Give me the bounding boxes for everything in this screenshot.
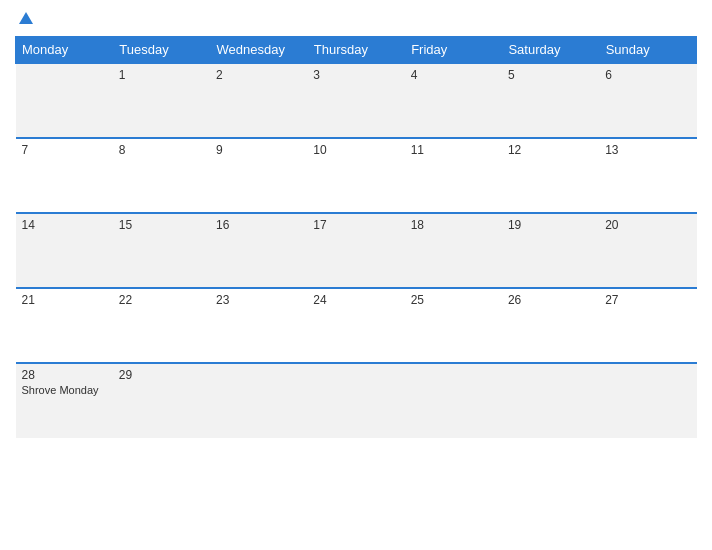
weekday-header-monday: Monday — [16, 37, 113, 64]
weekday-header-sunday: Sunday — [599, 37, 696, 64]
calendar-cell — [16, 63, 113, 138]
day-number: 15 — [119, 218, 204, 232]
calendar-cell: 21 — [16, 288, 113, 363]
calendar-cell: 13 — [599, 138, 696, 213]
day-number: 9 — [216, 143, 301, 157]
calendar-week-row: 14151617181920 — [16, 213, 697, 288]
calendar-cell: 10 — [307, 138, 404, 213]
calendar-cell: 4 — [405, 63, 502, 138]
weekday-header-row: MondayTuesdayWednesdayThursdayFridaySatu… — [16, 37, 697, 64]
weekday-header-saturday: Saturday — [502, 37, 599, 64]
calendar-cell: 15 — [113, 213, 210, 288]
calendar-cell — [307, 363, 404, 438]
weekday-header-thursday: Thursday — [307, 37, 404, 64]
logo — [15, 10, 35, 28]
calendar-cell — [599, 363, 696, 438]
calendar-cell: 11 — [405, 138, 502, 213]
day-number: 13 — [605, 143, 690, 157]
calendar-cell: 17 — [307, 213, 404, 288]
calendar-cell: 29 — [113, 363, 210, 438]
day-number: 20 — [605, 218, 690, 232]
calendar-cell: 2 — [210, 63, 307, 138]
day-number: 7 — [22, 143, 107, 157]
day-number: 12 — [508, 143, 593, 157]
day-number: 21 — [22, 293, 107, 307]
calendar-cell: 8 — [113, 138, 210, 213]
calendar-week-row: 21222324252627 — [16, 288, 697, 363]
day-number: 27 — [605, 293, 690, 307]
calendar-cell: 9 — [210, 138, 307, 213]
day-number: 16 — [216, 218, 301, 232]
day-number: 19 — [508, 218, 593, 232]
calendar-container: MondayTuesdayWednesdayThursdayFridaySatu… — [0, 0, 712, 550]
day-number: 23 — [216, 293, 301, 307]
svg-marker-0 — [19, 12, 33, 24]
calendar-cell: 16 — [210, 213, 307, 288]
weekday-header-wednesday: Wednesday — [210, 37, 307, 64]
day-number: 18 — [411, 218, 496, 232]
day-number: 22 — [119, 293, 204, 307]
calendar-week-row: 78910111213 — [16, 138, 697, 213]
day-number: 17 — [313, 218, 398, 232]
day-number: 10 — [313, 143, 398, 157]
day-number: 1 — [119, 68, 204, 82]
calendar-cell: 23 — [210, 288, 307, 363]
logo-icon — [17, 10, 35, 28]
day-number: 14 — [22, 218, 107, 232]
calendar-cell: 27 — [599, 288, 696, 363]
calendar-cell: 1 — [113, 63, 210, 138]
calendar-cell — [502, 363, 599, 438]
calendar-header — [15, 10, 697, 28]
day-number: 11 — [411, 143, 496, 157]
calendar-cell: 24 — [307, 288, 404, 363]
calendar-cell: 22 — [113, 288, 210, 363]
calendar-cell: 26 — [502, 288, 599, 363]
calendar-cell — [405, 363, 502, 438]
calendar-table: MondayTuesdayWednesdayThursdayFridaySatu… — [15, 36, 697, 438]
weekday-header-tuesday: Tuesday — [113, 37, 210, 64]
calendar-cell — [210, 363, 307, 438]
day-number: 25 — [411, 293, 496, 307]
weekday-header-friday: Friday — [405, 37, 502, 64]
calendar-cell: 3 — [307, 63, 404, 138]
calendar-cell: 19 — [502, 213, 599, 288]
calendar-cell: 18 — [405, 213, 502, 288]
calendar-cell: 6 — [599, 63, 696, 138]
day-number: 28 — [22, 368, 107, 382]
day-number: 26 — [508, 293, 593, 307]
day-number: 6 — [605, 68, 690, 82]
day-number: 29 — [119, 368, 204, 382]
day-event: Shrove Monday — [22, 384, 107, 396]
day-number: 8 — [119, 143, 204, 157]
day-number: 2 — [216, 68, 301, 82]
calendar-cell: 25 — [405, 288, 502, 363]
calendar-cell: 7 — [16, 138, 113, 213]
calendar-week-row: 28Shrove Monday29 — [16, 363, 697, 438]
calendar-cell: 12 — [502, 138, 599, 213]
day-number: 24 — [313, 293, 398, 307]
calendar-cell: 14 — [16, 213, 113, 288]
calendar-cell: 5 — [502, 63, 599, 138]
calendar-week-row: 123456 — [16, 63, 697, 138]
day-number: 3 — [313, 68, 398, 82]
day-number: 5 — [508, 68, 593, 82]
calendar-cell: 20 — [599, 213, 696, 288]
calendar-cell: 28Shrove Monday — [16, 363, 113, 438]
day-number: 4 — [411, 68, 496, 82]
